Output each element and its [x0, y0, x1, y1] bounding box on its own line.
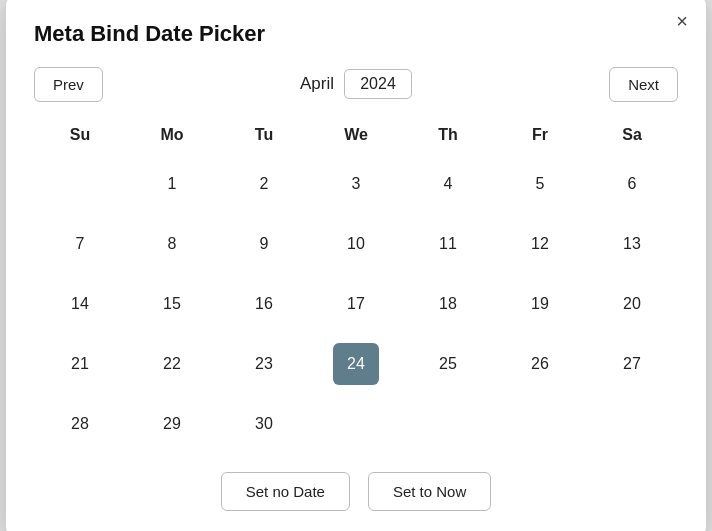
- prev-button[interactable]: Prev: [34, 67, 103, 102]
- month-year-display: April: [300, 69, 412, 99]
- calendar-day-cell[interactable]: 1: [126, 154, 218, 214]
- weekday-header: Tu: [218, 118, 310, 154]
- calendar-actions: Set no Date Set to Now: [34, 472, 678, 511]
- selected-day[interactable]: 24: [333, 343, 379, 385]
- day-number[interactable]: 5: [517, 163, 563, 205]
- calendar-day-cell[interactable]: 19: [494, 274, 586, 334]
- day-number[interactable]: 6: [609, 163, 655, 205]
- day-number[interactable]: 8: [149, 223, 195, 265]
- weekday-header: Su: [34, 118, 126, 154]
- close-button[interactable]: ×: [676, 11, 688, 31]
- calendar-week-row: 21222324252627: [34, 334, 678, 394]
- day-number[interactable]: 15: [149, 283, 195, 325]
- day-number[interactable]: 3: [333, 163, 379, 205]
- day-number[interactable]: 11: [425, 223, 471, 265]
- day-number[interactable]: 30: [241, 403, 287, 445]
- weekday-header: Sa: [586, 118, 678, 154]
- calendar-day-cell[interactable]: 29: [126, 394, 218, 454]
- day-number[interactable]: 12: [517, 223, 563, 265]
- calendar-nav: Prev April Next: [34, 67, 678, 102]
- calendar-body: 1234567891011121314151617181920212223242…: [34, 154, 678, 454]
- calendar-day-cell: [402, 394, 494, 454]
- calendar-day-cell[interactable]: 2: [218, 154, 310, 214]
- calendar-day-cell[interactable]: 17: [310, 274, 402, 334]
- set-to-now-button[interactable]: Set to Now: [368, 472, 491, 511]
- set-no-date-button[interactable]: Set no Date: [221, 472, 350, 511]
- day-number[interactable]: 1: [149, 163, 195, 205]
- calendar-day-cell[interactable]: 10: [310, 214, 402, 274]
- calendar-day-cell[interactable]: 5: [494, 154, 586, 214]
- day-number[interactable]: 27: [609, 343, 655, 385]
- calendar-day-cell[interactable]: 11: [402, 214, 494, 274]
- weekday-header: Th: [402, 118, 494, 154]
- calendar-day-cell[interactable]: 3: [310, 154, 402, 214]
- calendar-day-cell[interactable]: 15: [126, 274, 218, 334]
- calendar-day-cell[interactable]: 27: [586, 334, 678, 394]
- calendar-day-cell[interactable]: 23: [218, 334, 310, 394]
- modal-title: Meta Bind Date Picker: [34, 21, 678, 47]
- calendar-day-cell[interactable]: 13: [586, 214, 678, 274]
- calendar-day-cell[interactable]: 28: [34, 394, 126, 454]
- day-number[interactable]: 9: [241, 223, 287, 265]
- day-number[interactable]: 13: [609, 223, 655, 265]
- calendar-week-row: 14151617181920: [34, 274, 678, 334]
- calendar-day-cell[interactable]: 22: [126, 334, 218, 394]
- calendar-week-row: 123456: [34, 154, 678, 214]
- weekday-header: We: [310, 118, 402, 154]
- day-number[interactable]: 2: [241, 163, 287, 205]
- day-number[interactable]: 29: [149, 403, 195, 445]
- month-label: April: [300, 74, 334, 94]
- day-number[interactable]: 26: [517, 343, 563, 385]
- day-number[interactable]: 10: [333, 223, 379, 265]
- day-number[interactable]: 23: [241, 343, 287, 385]
- calendar-day-cell: [310, 394, 402, 454]
- weekday-header: Mo: [126, 118, 218, 154]
- day-number[interactable]: 19: [517, 283, 563, 325]
- calendar-day-cell[interactable]: 25: [402, 334, 494, 394]
- calendar-day-cell[interactable]: 12: [494, 214, 586, 274]
- day-number[interactable]: 4: [425, 163, 471, 205]
- calendar-day-cell[interactable]: 18: [402, 274, 494, 334]
- modal-overlay: × Meta Bind Date Picker Prev April Next …: [0, 0, 712, 531]
- calendar-day-cell[interactable]: 21: [34, 334, 126, 394]
- calendar-week-row: 78910111213: [34, 214, 678, 274]
- calendar-day-cell[interactable]: 14: [34, 274, 126, 334]
- day-number[interactable]: 28: [57, 403, 103, 445]
- day-number[interactable]: 14: [57, 283, 103, 325]
- calendar-day-cell: [34, 154, 126, 214]
- day-number[interactable]: 21: [57, 343, 103, 385]
- day-number[interactable]: 16: [241, 283, 287, 325]
- year-input[interactable]: [344, 69, 412, 99]
- next-button[interactable]: Next: [609, 67, 678, 102]
- calendar-table: SuMoTuWeThFrSa 1234567891011121314151617…: [34, 118, 678, 454]
- calendar-day-cell: [586, 394, 678, 454]
- calendar-day-cell[interactable]: 30: [218, 394, 310, 454]
- calendar-day-cell[interactable]: 7: [34, 214, 126, 274]
- calendar-day-cell[interactable]: 24: [310, 334, 402, 394]
- calendar-day-cell[interactable]: 8: [126, 214, 218, 274]
- calendar-day-cell[interactable]: 6: [586, 154, 678, 214]
- date-picker-modal: × Meta Bind Date Picker Prev April Next …: [6, 0, 706, 531]
- day-number[interactable]: 17: [333, 283, 379, 325]
- weekday-header: Fr: [494, 118, 586, 154]
- day-number[interactable]: 18: [425, 283, 471, 325]
- day-number[interactable]: 7: [57, 223, 103, 265]
- day-number[interactable]: 25: [425, 343, 471, 385]
- calendar-day-cell[interactable]: 4: [402, 154, 494, 214]
- calendar-header: SuMoTuWeThFrSa: [34, 118, 678, 154]
- day-number[interactable]: 22: [149, 343, 195, 385]
- calendar-day-cell[interactable]: 26: [494, 334, 586, 394]
- calendar-day-cell[interactable]: 9: [218, 214, 310, 274]
- calendar-week-row: 282930: [34, 394, 678, 454]
- day-number[interactable]: 20: [609, 283, 655, 325]
- calendar-day-cell[interactable]: 20: [586, 274, 678, 334]
- calendar-day-cell[interactable]: 16: [218, 274, 310, 334]
- calendar-day-cell: [494, 394, 586, 454]
